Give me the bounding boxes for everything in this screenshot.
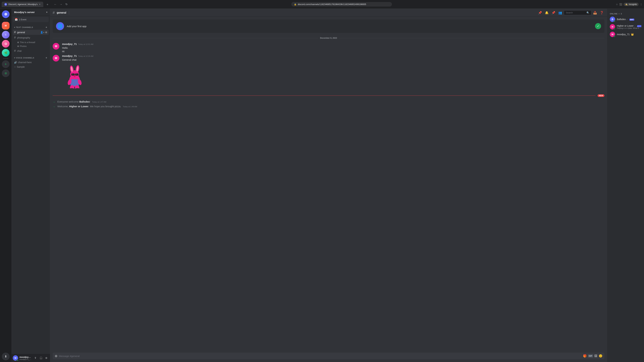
text-channels-header[interactable]: ▾ TEXT CHANNELS + <box>13 23 49 29</box>
browser-tab[interactable]: D Discord | #general | Moodjoy's ✕ <box>2 2 43 7</box>
members-sidebar: ONLINE — 3 B Ballsdex ✓ BOT H <box>607 9 644 362</box>
main-content: # general 📌 🔔 📌 👥 Search 🔍 📥 ❓ 🌐 <box>50 9 607 362</box>
server-icon-4[interactable]: 🌿 <box>2 49 10 57</box>
new-tab-button[interactable]: ＋ <box>44 2 50 7</box>
member-status-moodjoy <box>614 35 615 37</box>
new-divider: NEW <box>50 93 607 98</box>
message-input-field[interactable] <box>59 355 582 358</box>
voice-channels-chevron: ▾ <box>14 57 15 59</box>
discord-home-button[interactable]: ⊕ <box>2 10 10 18</box>
voice-channel-item-1[interactable]: 🔊 channel-here <box>13 60 49 64</box>
events-item[interactable]: 📅 1 Event <box>13 17 49 22</box>
message-2-avatar: M <box>53 55 59 61</box>
add-server-button[interactable]: + <box>2 60 10 68</box>
message-input-area: ⊕ 🎁 GIF 🖼 😊 <box>50 353 607 362</box>
channel-item-photography[interactable]: # photography <box>13 35 49 40</box>
back-button[interactable]: ← <box>53 2 58 6</box>
add-channel-icon[interactable]: + <box>46 26 47 29</box>
channel-header-hash-icon: # <box>53 10 55 15</box>
member-info-moodjoy: moodjoy_71 👑 <box>617 33 641 36</box>
search-icon: 🔍 <box>586 11 589 14</box>
system-text-1: Everyone welcome Ballsdex! Today at 1:47… <box>57 100 106 103</box>
incognito-badge: 🕵 Incognito <box>624 3 639 6</box>
add-voice-channel-icon[interactable]: + <box>46 56 47 59</box>
server-icon-moodjoy[interactable]: M <box>2 22 10 29</box>
thread-item-1[interactable]: This is a thread! <box>13 40 49 44</box>
svg-point-11 <box>76 73 77 75</box>
bookmark-icon[interactable]: ☆ <box>616 3 618 6</box>
server-icon-3[interactable]: 🌸 <box>2 40 10 48</box>
thread-item-2[interactable]: Photos <box>13 44 49 48</box>
mute-button[interactable]: 🎙 <box>33 356 38 360</box>
app-banner-check-icon: ✓ <box>595 23 601 29</box>
system1-suffix: ! <box>90 100 90 103</box>
system2-suffix: . We hope you brought pizza. <box>88 105 121 108</box>
system1-prefix: Everyone welcome <box>57 100 79 103</box>
server-header[interactable]: Moodjoy's server ▾ <box>12 9 50 16</box>
add-members-icon[interactable]: 👤+ <box>40 31 44 34</box>
new-badge: NEW <box>598 94 604 97</box>
sticker-button[interactable]: 🖼 <box>594 354 598 358</box>
member-item-higher-lower[interactable]: H Higher or Lower ✓ BOT Playing n n n /j… <box>608 23 643 30</box>
message-2: M moodjoy_71 Today at 12:26 AM General c… <box>50 54 607 92</box>
pinned-messages-button[interactable]: 📌 <box>551 10 556 15</box>
member-item-moodjoy[interactable]: M moodjoy_71 👑 <box>608 31 643 38</box>
channel-sidebar: Moodjoy's server ▾ 📅 1 Event ▾ TEXT CHAN… <box>12 9 50 362</box>
gift-icon-button[interactable]: 🎁 <box>583 354 587 358</box>
pin-button[interactable]: 📌 <box>537 10 543 15</box>
member-item-ballsdex[interactable]: B Ballsdex ✓ BOT <box>608 15 643 23</box>
bot-badge-ballsdex: BOT <box>630 18 634 21</box>
channel-item-chat[interactable]: # chat <box>13 48 49 53</box>
edit-channel-icon[interactable]: ⚙ <box>45 31 47 34</box>
user-settings-button[interactable]: ⚙ <box>44 356 49 360</box>
notifications-button[interactable]: 🔔 <box>544 10 550 15</box>
app-banner[interactable]: 🌐 Add your first app ✓ <box>53 19 604 33</box>
system2-bold: Higher or Lower <box>69 105 88 108</box>
explore-servers-button[interactable]: ⊛ <box>2 69 10 77</box>
messages-area[interactable]: 🌐 Add your first app ✓ December 8, 2023 … <box>50 17 607 353</box>
member-game-higher-lower: Playing n n n /joke: What do ... <box>617 27 641 29</box>
system-message-1: → Everyone welcome Ballsdex! Today at 1:… <box>50 99 607 104</box>
user-status: moodjoy71_0... <box>20 358 32 360</box>
tab-close-button[interactable]: ✕ <box>39 3 40 5</box>
emoji-button[interactable]: 😊 <box>599 354 602 358</box>
forward-button[interactable]: → <box>59 2 64 6</box>
download-apps-button[interactable]: ⬇ <box>2 353 10 360</box>
search-bar[interactable]: Search 🔍 <box>564 11 591 15</box>
member-name-moodjoy: moodjoy_71 👑 <box>617 33 641 36</box>
hash-icon-general: # <box>14 30 16 34</box>
member-name-text-higher-lower: Higher or Lower <box>617 24 634 27</box>
input-actions: 🎁 GIF 🖼 😊 <box>583 354 602 358</box>
svg-point-10 <box>72 73 73 75</box>
member-avatar-moodjoy: M <box>610 32 615 37</box>
gif-button[interactable]: GIF <box>588 355 593 358</box>
thread-dot-icon-2 <box>18 45 19 47</box>
inbox-button[interactable]: 📥 <box>592 10 598 15</box>
message-1-content: moodjoy_71 Today at 12:01 AM Hello Hi <box>62 42 604 53</box>
help-button[interactable]: ❓ <box>599 10 604 15</box>
profile-icon[interactable]: ⬛ <box>619 3 622 6</box>
server-separator-2 <box>3 58 8 59</box>
deafen-button[interactable]: 🎧 <box>38 356 43 360</box>
voice-channels-header[interactable]: ▾ VOICE CHANNELS + <box>13 54 49 60</box>
message-1-header: moodjoy_71 Today at 12:01 AM <box>62 42 604 45</box>
chevron-down-icon: ▾ <box>46 11 47 13</box>
voice-channel-item-2[interactable]: ─ Sample <box>13 65 49 69</box>
url-text: discord.com/channels/1182346851781984336… <box>298 3 366 5</box>
menu-icon[interactable]: ⋮ <box>640 3 642 6</box>
address-bar[interactable]: 🔒 discord.com/channels/11823468517819843… <box>291 2 392 6</box>
discord-logo: ⊕ <box>4 12 7 16</box>
refresh-button[interactable]: ↻ <box>64 2 68 6</box>
member-avatar-ballsdex: B <box>610 16 615 22</box>
search-placeholder: Search <box>566 11 586 14</box>
member-name-text-moodjoy: moodjoy_71 <box>617 33 630 36</box>
svg-rect-13 <box>70 79 79 86</box>
user-status-dot <box>17 359 18 361</box>
server-icon-2[interactable]: S <box>2 31 10 38</box>
thread-name-2: Photos <box>20 45 26 47</box>
member-status-ballsdex <box>614 20 615 22</box>
channel-item-general[interactable]: # general 👤+ ⚙ <box>13 30 49 35</box>
system1-timestamp: Today at 1:47 AM <box>92 101 106 103</box>
message-add-button[interactable]: ⊕ <box>55 354 58 358</box>
members-list-button[interactable]: 👥 <box>558 10 563 15</box>
